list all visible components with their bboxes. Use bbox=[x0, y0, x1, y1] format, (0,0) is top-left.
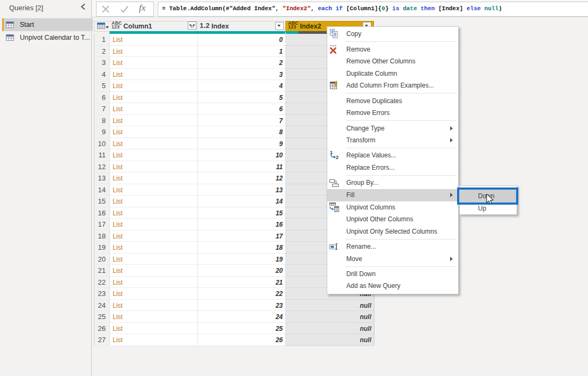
svg-text:2: 2 bbox=[336, 155, 339, 160]
